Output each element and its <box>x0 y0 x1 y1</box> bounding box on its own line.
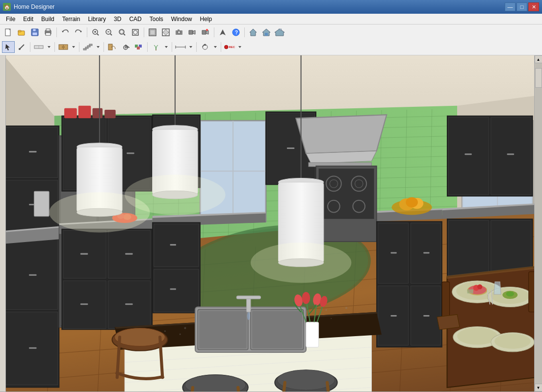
draw-line-button[interactable] <box>15 41 28 53</box>
maximize-button[interactable]: □ <box>516 2 527 11</box>
house1-button[interactable] <box>247 26 259 38</box>
svg-rect-63 <box>137 47 140 49</box>
svg-rect-279 <box>252 311 302 348</box>
record-drop-button[interactable] <box>236 41 243 53</box>
help-button[interactable]: ? <box>230 26 242 38</box>
svg-rect-201 <box>319 169 374 219</box>
svg-rect-164 <box>93 108 103 119</box>
select-tool-button[interactable] <box>2 41 15 53</box>
left-ruler <box>0 55 6 392</box>
svg-point-289 <box>302 292 310 304</box>
canvas-area[interactable] <box>6 55 534 392</box>
plant-button[interactable] <box>150 41 162 53</box>
svg-rect-161 <box>127 152 134 154</box>
svg-point-57 <box>111 47 112 48</box>
new-button[interactable] <box>2 26 15 38</box>
menu-window[interactable]: Window <box>167 14 196 24</box>
save-button[interactable] <box>28 26 41 38</box>
cabinet-button[interactable] <box>57 41 70 53</box>
door-button[interactable] <box>106 41 119 53</box>
camera-place-button[interactable] <box>119 41 132 53</box>
svg-marker-32 <box>220 29 226 35</box>
svg-rect-281 <box>236 296 260 299</box>
sep8 <box>79 42 79 52</box>
dimension-drop-button[interactable] <box>187 41 194 53</box>
svg-point-301 <box>277 370 335 390</box>
zoom-out-button[interactable] <box>103 26 115 38</box>
menu-edit[interactable]: Edit <box>19 14 37 24</box>
svg-marker-35 <box>250 29 257 36</box>
sep4 <box>214 27 214 37</box>
minimize-button[interactable]: — <box>505 2 516 11</box>
plant-drop-button[interactable] <box>163 41 170 53</box>
svg-point-31 <box>206 29 208 31</box>
house3-button[interactable] <box>273 26 286 38</box>
svg-point-49 <box>64 47 65 48</box>
svg-marker-45 <box>48 46 51 48</box>
close-button[interactable]: ✕ <box>528 2 539 11</box>
menu-bar: File Edit Build Terrain Library 3D CAD T… <box>0 14 542 24</box>
svg-point-319 <box>506 292 514 296</box>
svg-rect-173 <box>80 253 88 255</box>
svg-rect-187 <box>287 147 294 149</box>
svg-marker-75 <box>238 46 241 48</box>
camera1-button[interactable] <box>173 26 185 38</box>
print-button[interactable] <box>42 26 54 38</box>
house2-button[interactable] <box>260 26 273 38</box>
cabinet-drop-button[interactable] <box>70 41 77 53</box>
camera2-button[interactable] <box>186 26 199 38</box>
scroll-thumb-right[interactable] <box>535 68 542 88</box>
menu-3d[interactable]: 3D <box>110 14 125 24</box>
zoom-fit-button[interactable] <box>129 26 142 38</box>
toolbar-area: ? <box>0 24 542 55</box>
svg-rect-141 <box>29 151 36 152</box>
menu-help[interactable]: Help <box>196 14 216 24</box>
svg-point-23 <box>133 30 137 34</box>
right-scrollbar: ▲ ▼ <box>534 55 542 392</box>
svg-rect-195 <box>154 269 199 312</box>
svg-point-60 <box>125 47 127 49</box>
menu-file[interactable]: File <box>2 14 19 24</box>
svg-rect-322 <box>529 272 534 312</box>
camera3-button[interactable] <box>199 26 212 38</box>
arrow-up-button[interactable] <box>216 26 229 38</box>
menu-library[interactable]: Library <box>84 14 110 24</box>
transform-button[interactable] <box>199 41 211 53</box>
zoom-box-button[interactable] <box>116 26 129 38</box>
wall-tool-button[interactable] <box>32 41 45 53</box>
scroll-up-button[interactable]: ▲ <box>535 55 542 63</box>
svg-marker-50 <box>72 46 75 48</box>
svg-rect-197 <box>170 288 176 290</box>
svg-rect-25 <box>150 30 155 35</box>
svg-point-261 <box>184 327 186 329</box>
redo-button[interactable] <box>72 26 85 38</box>
svg-point-269 <box>345 307 347 309</box>
sep7 <box>54 42 55 52</box>
dimension-button[interactable] <box>174 41 187 53</box>
open-button[interactable] <box>15 26 28 38</box>
scroll-down-button[interactable]: ▼ <box>535 384 542 392</box>
svg-marker-10 <box>62 31 64 32</box>
material-button[interactable] <box>132 41 145 53</box>
zoom-in-button[interactable] <box>89 26 102 38</box>
menu-terrain[interactable]: Terrain <box>58 14 84 24</box>
wall-drop-button[interactable] <box>46 41 52 53</box>
menu-tools[interactable]: Tools <box>146 14 167 24</box>
svg-rect-162 <box>64 108 77 119</box>
transform-drop-button[interactable] <box>212 41 219 53</box>
scroll-track-right[interactable] <box>535 63 542 384</box>
stairs-button[interactable] <box>81 41 94 53</box>
undo-button[interactable] <box>59 26 72 38</box>
menu-build[interactable]: Build <box>37 14 58 24</box>
fill-window-button[interactable] <box>146 26 159 38</box>
stairs-drop-button[interactable] <box>95 41 102 53</box>
menu-cad[interactable]: CAD <box>125 14 145 24</box>
svg-rect-196 <box>170 244 176 245</box>
sep2 <box>87 27 87 37</box>
record-button[interactable]: REC <box>223 41 236 53</box>
svg-line-18 <box>110 34 112 35</box>
svg-rect-222 <box>449 117 489 195</box>
title-bar: 🏠 Home Designer — □ ✕ <box>0 0 542 14</box>
fill-view-button[interactable] <box>159 26 172 38</box>
svg-point-314 <box>494 334 531 349</box>
